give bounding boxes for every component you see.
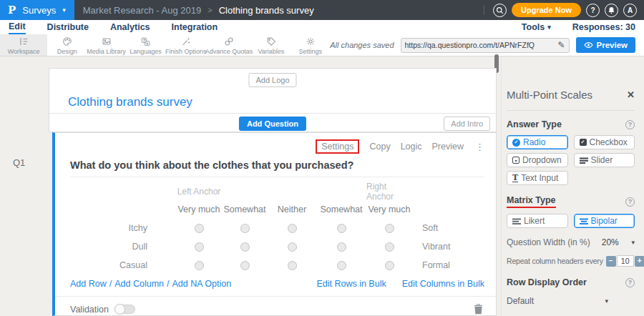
row-left-label[interactable]: Itchy [70, 219, 176, 237]
question-actions: Settings Copy Logic Preview ⋮ [316, 139, 484, 154]
toolbar-workspace[interactable]: Workspace [0, 34, 47, 56]
question-text[interactable]: What do you think about the clothes that… [70, 159, 353, 171]
answer-type-radio[interactable]: ✓ Radio [507, 135, 568, 149]
notifications-button[interactable] [605, 4, 618, 17]
matrix-radio[interactable] [195, 261, 204, 270]
responses-count[interactable]: Responses: 30 [572, 22, 635, 32]
question-number-label: Q1 [13, 157, 25, 168]
toolbar-settings[interactable]: Settings [291, 34, 330, 56]
decrement-button[interactable]: − [606, 256, 616, 267]
survey-title[interactable]: Clothing brands survey [68, 95, 192, 109]
question-settings-panel: Multi-Point Scales ✕ Answer Type ? ✓ Rad… [501, 57, 644, 316]
help-button[interactable]: ? [586, 4, 600, 17]
answer-type-checkbox[interactable]: ✓ Checkbox [574, 135, 635, 149]
column-header[interactable]: Somewhat [316, 200, 366, 219]
answer-type-text-input[interactable]: T Text Input [507, 171, 568, 185]
matrix-radio[interactable] [288, 242, 297, 252]
search-button[interactable] [493, 4, 507, 17]
matrix-radio[interactable] [337, 261, 346, 270]
answer-type-dropdown[interactable]: ▾ Dropdown [507, 153, 568, 167]
question-logic-link[interactable]: Logic [401, 142, 422, 152]
checkbox-icon: ✓ [580, 139, 587, 146]
row-right-label[interactable]: Vibrant [412, 237, 450, 256]
toolbar-languages[interactable]: Languages [126, 34, 165, 56]
toolbar-media-library[interactable]: Media Library [87, 34, 126, 56]
topbar-divider [484, 5, 484, 15]
matrix-radio[interactable] [337, 224, 346, 233]
upgrade-now-button[interactable]: Upgrade Now [512, 3, 581, 17]
column-header[interactable]: Very much [176, 200, 222, 219]
row-right-label[interactable]: Formal [412, 256, 450, 275]
answer-type-options: ✓ Radio ✓ Checkbox ▾ Dropdown Slider T [507, 135, 635, 185]
tab-integration[interactable]: Integration [172, 21, 218, 34]
add-column-link[interactable]: Add Column [114, 279, 164, 289]
questionpro-logo-icon: P [8, 4, 16, 16]
answer-type-slider[interactable]: Slider [574, 153, 635, 167]
delete-question-button[interactable] [474, 304, 483, 315]
toolbar-variables[interactable]: Variables [251, 34, 291, 56]
row-display-order-select[interactable]: Default ▾ [507, 296, 608, 306]
edit-url-icon[interactable]: ✎ [557, 40, 565, 50]
help-icon[interactable]: ? [625, 120, 635, 129]
avatar[interactable]: A [623, 4, 637, 17]
link-separator: / [167, 279, 169, 289]
answer-type-label: Answer Type [507, 119, 562, 129]
matrix-radio[interactable] [288, 224, 297, 233]
breadcrumb-separator-icon: > [208, 6, 212, 14]
increment-button[interactable]: + [635, 256, 644, 267]
row-left-label[interactable]: Dull [70, 237, 176, 256]
add-question-button[interactable]: Add Question [239, 117, 306, 131]
matrix-radio[interactable] [288, 261, 297, 270]
question-copy-link[interactable]: Copy [369, 142, 390, 152]
toolbar-finish-options[interactable]: Finish Options [165, 34, 207, 56]
chevron-down-icon[interactable]: ▾ [631, 239, 635, 246]
column-header[interactable]: Neither [268, 200, 316, 219]
row-right-label[interactable]: Soft [412, 219, 450, 237]
close-icon[interactable]: ✕ [627, 89, 635, 100]
add-na-option-link[interactable]: Add NA Option [172, 279, 232, 289]
matrix-radio[interactable] [195, 242, 204, 252]
matrix-radio[interactable] [337, 242, 346, 252]
column-header[interactable]: Very much [366, 200, 412, 219]
matrix-radio[interactable] [385, 242, 394, 252]
matrix-radio[interactable] [240, 261, 250, 270]
tab-edit[interactable]: Edit [9, 21, 26, 34]
help-icon[interactable]: ? [625, 278, 635, 287]
panel-divider [507, 110, 635, 111]
row-left-label[interactable]: Casual [70, 256, 176, 275]
matrix-type-label: Matrix Type [507, 195, 556, 208]
tab-analytics[interactable]: Analytics [110, 21, 150, 34]
matrix-radio[interactable] [240, 242, 250, 252]
toolbar-advance-quotas[interactable]: Advance Quotas [206, 34, 251, 56]
add-logo-button[interactable]: Add Logo [248, 73, 296, 87]
toolbar-design[interactable]: Design [47, 34, 87, 56]
breadcrumb-folder[interactable]: Market Research - Aug 2019 [83, 5, 201, 16]
matrix-radio[interactable] [195, 224, 204, 233]
edit-rows-bulk-link[interactable]: Edit Rows in Bulk [316, 279, 386, 289]
editor-content: Q1 Add Logo Clothing brands survey Add Q… [0, 57, 644, 316]
column-header[interactable]: Somewhat [222, 200, 268, 219]
toggle-knob [114, 304, 125, 315]
tab-distribute[interactable]: Distribute [47, 21, 89, 34]
edit-columns-bulk-link[interactable]: Edit Columns in Bulk [402, 279, 484, 289]
matrix-radio[interactable] [385, 261, 394, 270]
text-input-icon: T [512, 174, 518, 182]
matrix-type-likert[interactable]: Likert [507, 214, 568, 228]
survey-url-input[interactable] [405, 41, 558, 49]
question-width-value[interactable]: 20% [602, 237, 619, 247]
add-intro-button[interactable]: Add Intro [444, 117, 490, 131]
repeat-headers-input[interactable] [617, 255, 634, 267]
matrix-radio[interactable] [385, 224, 394, 233]
surveys-product-menu[interactable]: P Surveys ▾ [0, 0, 74, 20]
validation-toggle[interactable] [114, 305, 135, 314]
more-options-icon[interactable]: ⋮ [475, 142, 484, 152]
help-icon[interactable]: ? [625, 197, 635, 207]
add-row-link[interactable]: Add Row [70, 279, 107, 289]
question-settings-link[interactable]: Settings [316, 139, 359, 154]
question-preview-link[interactable]: Preview [432, 142, 464, 152]
preview-button[interactable]: Preview [576, 37, 635, 53]
repeat-headers-stepper: − + [606, 255, 644, 267]
matrix-type-bipolar[interactable]: Bipolar [574, 214, 635, 228]
matrix-radio[interactable] [240, 224, 250, 233]
tools-menu[interactable]: Tools ▾ [522, 22, 551, 32]
